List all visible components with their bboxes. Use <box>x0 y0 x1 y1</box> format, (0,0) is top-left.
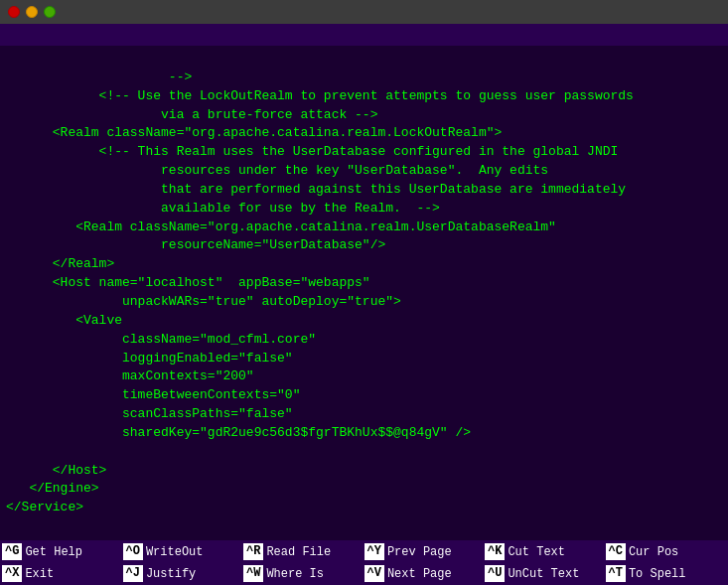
editor-line: </Engine> <box>6 480 722 499</box>
shortcut-key: ^O <box>123 543 143 560</box>
shortcut-label: To Spell <box>626 567 686 581</box>
shortcut-key: ^G <box>2 543 22 560</box>
editor-area[interactable]: --> <!-- Use the LockOutRealm to prevent… <box>0 46 728 540</box>
minimize-button[interactable] <box>26 6 38 18</box>
shortcut-item[interactable]: ^KCut Text <box>485 543 606 560</box>
shortcut-item[interactable]: ^TTo Spell <box>606 565 727 582</box>
shortcut-key: ^X <box>2 565 22 582</box>
shortcut-key: ^K <box>485 543 505 560</box>
editor-line: <!-- Use the LockOutRealm to prevent att… <box>6 87 722 106</box>
shortcut-label: Exit <box>22 567 54 581</box>
shortcut-label: Read File <box>263 545 331 559</box>
editor-line: available for use by the Realm. --> <box>6 200 722 219</box>
shortcut-key: ^C <box>606 543 626 560</box>
shortcut-label: UnCut Text <box>505 567 579 581</box>
maximize-button[interactable] <box>44 6 56 18</box>
editor-line: timeBetweenContexts="0" <box>6 386 722 405</box>
shortcut-key: ^W <box>243 565 263 582</box>
shortcut-label: Cut Text <box>505 545 565 559</box>
shortcut-key: ^J <box>123 565 143 582</box>
shortcut-label: WriteOut <box>143 545 204 559</box>
shortcut-item[interactable]: ^OWriteOut <box>123 543 244 560</box>
shortcut-item[interactable]: ^YPrev Page <box>364 543 486 560</box>
shortcut-item[interactable]: ^GGet Help <box>2 543 123 560</box>
editor-line: resources under the key "UserDatabase". … <box>6 162 722 181</box>
shortcut-key: ^T <box>606 565 626 582</box>
shortcut-item[interactable]: ^UUnCut Text <box>485 565 606 582</box>
editor-line: --> <box>6 69 722 87</box>
shortcut-row-1: ^GGet Help^OWriteOut^RRead File^YPrev Pa… <box>0 541 728 563</box>
menu-bar <box>0 24 728 46</box>
shortcut-row-2: ^XExit^JJustify^WWhere Is^VNext Page^UUn… <box>0 563 728 585</box>
shortcut-label: Cur Pos <box>626 545 678 559</box>
shortcut-label: Justify <box>143 567 196 581</box>
editor-line: via a brute-force attack --> <box>6 106 722 125</box>
editor-line: <!-- This Realm uses the UserDatabase co… <box>6 143 722 162</box>
shortcut-label: Get Help <box>22 545 82 559</box>
editor-line: <Realm className="org.apache.catalina.re… <box>6 124 722 143</box>
shortcut-key: ^U <box>485 565 505 582</box>
shortcut-item[interactable]: ^RRead File <box>243 543 364 560</box>
editor-line: </Service> <box>6 499 722 517</box>
shortcut-label: Where Is <box>263 567 324 581</box>
shortcut-item[interactable]: ^XExit <box>2 565 123 582</box>
editor-line: <Realm className="org.apache.catalina.re… <box>6 219 722 237</box>
shortcut-key: ^R <box>243 543 263 560</box>
editor-line: </Host> <box>6 462 722 481</box>
close-button[interactable] <box>8 6 20 18</box>
editor-line: unpackWARs="true" autoDeploy="true"> <box>6 293 722 312</box>
shortcut-item[interactable]: ^JJustify <box>123 565 244 582</box>
shortcut-label: Next Page <box>384 567 452 581</box>
editor-line: resourceName="UserDatabase"/> <box>6 236 722 255</box>
editor-line: <Valve <box>6 312 722 331</box>
shortcut-item[interactable]: ^CCur Pos <box>606 543 727 560</box>
editor-line <box>6 443 722 462</box>
editor-line: <Host name="localhost" appBase="webapps" <box>6 274 722 293</box>
shortcut-key: ^Y <box>364 543 384 560</box>
editor-line: loggingEnabled="false" <box>6 350 722 368</box>
shortcut-bar: ^GGet Help^OWriteOut^RRead File^YPrev Pa… <box>0 540 728 585</box>
shortcut-key: ^V <box>364 565 384 582</box>
editor-line: className="mod_cfml.core" <box>6 331 722 350</box>
editor-line: sharedKey="gdR2ue9c56d3$fgrTBKhUx$$@q84g… <box>6 424 722 443</box>
editor-line: that are performed against this UserData… <box>6 181 722 200</box>
shortcut-item[interactable]: ^VNext Page <box>364 565 486 582</box>
shortcut-item[interactable]: ^WWhere Is <box>243 565 364 582</box>
title-bar <box>0 0 728 24</box>
editor-line: scanClassPaths="false" <box>6 405 722 424</box>
editor-line: </Realm> <box>6 255 722 274</box>
editor-line: maxContexts="200" <box>6 367 722 386</box>
shortcut-label: Prev Page <box>384 545 452 559</box>
